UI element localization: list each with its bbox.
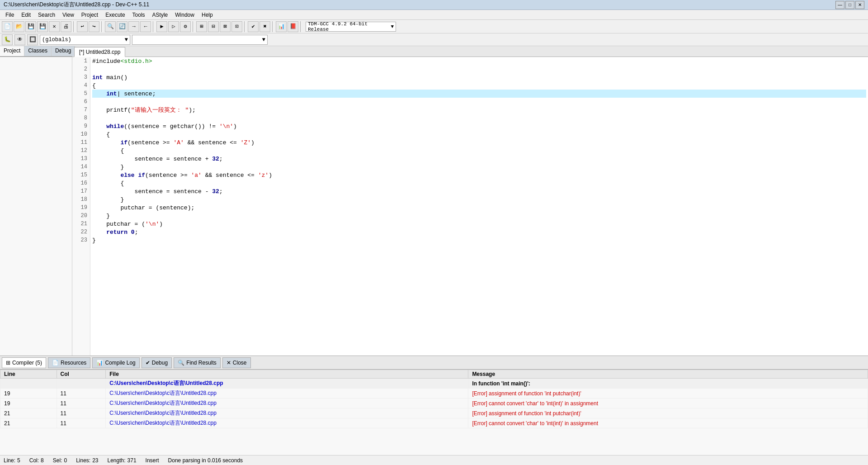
- compile-log-tab-label: Compile Log: [105, 360, 135, 366]
- length-value: 371: [127, 457, 137, 464]
- editor-tab-untitled28[interactable]: [*] Untitled28.cpp: [74, 47, 125, 57]
- menu-window[interactable]: Window: [171, 11, 198, 19]
- col-value: 8: [41, 457, 44, 464]
- separator-3: [153, 21, 155, 32]
- tab-debug[interactable]: Debug: [52, 46, 75, 56]
- tab-close-bottom[interactable]: ✕ Close: [222, 357, 251, 368]
- new-button[interactable]: 📄: [2, 21, 13, 32]
- unindent-button[interactable]: ←: [140, 21, 151, 32]
- line-num-22: 22: [72, 228, 90, 236]
- code-line-23: }: [92, 236, 866, 244]
- line-num-20: 20: [72, 212, 90, 220]
- col-line: Line: [0, 370, 57, 379]
- line-num-19: 19: [72, 204, 90, 212]
- compile-run-button[interactable]: ▶: [156, 21, 167, 32]
- menu-help[interactable]: Help: [198, 11, 217, 19]
- cell-file: C:\Users\chen\Desktop\c语言\Untitled28.cpp: [106, 389, 468, 399]
- minimize-button[interactable]: —: [835, 1, 844, 9]
- tab-find-results[interactable]: 🔍 Find Results: [174, 357, 221, 368]
- menu-tools[interactable]: Tools: [129, 11, 149, 19]
- resources-tab-icon: 📄: [52, 360, 59, 366]
- editor-area[interactable]: 1 2 3 4− 5 6 7 8 9 10− 11 12− 13 14: [72, 57, 868, 356]
- cell-col: 11: [57, 399, 106, 408]
- tab-compiler[interactable]: ⊞ Compiler (5): [2, 357, 46, 368]
- function-dropdown[interactable]: ▼: [132, 35, 268, 45]
- layout-button-2[interactable]: ⊟: [208, 21, 219, 32]
- menu-view[interactable]: View: [59, 11, 78, 19]
- indent-button[interactable]: →: [128, 21, 139, 32]
- open-button[interactable]: 📂: [14, 21, 24, 32]
- title-buttons: — □ ✕: [835, 1, 864, 9]
- compiler-tab-icon: ⊞: [6, 360, 10, 366]
- tab-project[interactable]: Project: [0, 46, 24, 56]
- compiler-dropdown[interactable]: TDM-GCC 4.9.2 64-bit Release ▼: [306, 22, 396, 32]
- menu-project[interactable]: Project: [78, 11, 102, 19]
- menu-file[interactable]: File: [2, 11, 18, 19]
- layout-button-4[interactable]: ⊡: [231, 21, 242, 32]
- menu-edit[interactable]: Edit: [18, 11, 34, 19]
- code-line-22: return 0;: [92, 228, 866, 236]
- chart-button[interactable]: 📊: [276, 21, 287, 32]
- check-button[interactable]: ✔: [248, 21, 259, 32]
- menu-astyle[interactable]: AStyle: [149, 11, 172, 19]
- line-num-3: 3: [72, 73, 90, 81]
- col-message: Message: [468, 370, 868, 379]
- cell-file: C:\Users\chen\Desktop\c语言\Untitled28.cpp: [106, 418, 468, 428]
- layout-button-3[interactable]: ⊠: [220, 21, 231, 32]
- menu-search[interactable]: Search: [34, 11, 59, 19]
- line-value: 5: [17, 457, 20, 464]
- redo-button[interactable]: ↪: [89, 21, 99, 32]
- separator-2: [101, 21, 103, 32]
- run-button[interactable]: ▷: [168, 21, 179, 32]
- tab-debug-bottom[interactable]: ✔ Debug: [142, 357, 172, 368]
- cell-col: 11: [57, 408, 106, 418]
- undo-button[interactable]: ↩: [77, 21, 88, 32]
- cell-col: 11: [57, 418, 106, 428]
- line-num-17: 17: [72, 187, 90, 195]
- maximize-button[interactable]: □: [845, 1, 854, 9]
- memory-button[interactable]: 🔲: [27, 34, 38, 45]
- print-button[interactable]: 🖨: [61, 21, 71, 32]
- menu-execute[interactable]: Execute: [102, 11, 128, 19]
- code-content[interactable]: #include<stdio.h> int main() { int| sent…: [90, 57, 868, 356]
- line-num-21: 21: [72, 220, 90, 228]
- code-line-19: putchar = (sentence);: [92, 204, 866, 212]
- stop-button[interactable]: ✖: [259, 21, 270, 32]
- line-num-4: 4−: [72, 81, 90, 90]
- watch-button[interactable]: 👁: [14, 34, 25, 45]
- bottom-panel: ⊞ Compiler (5) 📄 Resources 📊 Compile Log…: [0, 356, 868, 455]
- globals-dropdown[interactable]: (globals) ▼: [40, 35, 130, 45]
- table-row: 19 11 C:\Users\chen\Desktop\c语言\Untitled…: [0, 399, 868, 408]
- save-all-button[interactable]: 💾: [37, 21, 48, 32]
- separator-5: [244, 21, 246, 32]
- replace-button[interactable]: 🔄: [117, 21, 127, 32]
- menu-bar: File Edit Search View Project Execute To…: [0, 10, 868, 20]
- line-num-2: 2: [72, 65, 90, 73]
- sel-value: 0: [64, 457, 67, 464]
- close-tab-label: Close: [233, 360, 247, 366]
- tab-resources[interactable]: 📄 Resources: [48, 357, 90, 368]
- status-sel: Sel: 0: [53, 457, 67, 464]
- compile-button[interactable]: ⚙: [180, 21, 191, 32]
- tab-classes[interactable]: Classes: [24, 46, 52, 56]
- tab-compile-log[interactable]: 📊 Compile Log: [92, 357, 139, 368]
- cell-line: 19: [0, 399, 57, 408]
- toggle-layout-button[interactable]: ⊞: [196, 21, 207, 32]
- line-num-6: 6: [72, 98, 90, 106]
- book-button[interactable]: 📕: [288, 21, 298, 32]
- main-toolbar: 📄 📂 💾 💾 ✕ 🖨 ↩ ↪ 🔍 🔄 → ← ▶ ▷ ⚙ ⊞ ⊟ ⊠ ⊡ ✔ …: [0, 20, 868, 33]
- debug-button[interactable]: 🐛: [2, 34, 13, 45]
- code-line-15: else if(sentence >= 'a' && sentence <= '…: [92, 171, 866, 179]
- table-row: 21 11 C:\Users\chen\Desktop\c语言\Untitled…: [0, 418, 868, 428]
- code-line-4: {: [92, 81, 866, 90]
- status-length: Length: 371: [108, 457, 137, 464]
- save-button[interactable]: 💾: [25, 21, 36, 32]
- code-line-10: {: [92, 130, 866, 138]
- find-button[interactable]: 🔍: [105, 21, 116, 32]
- separator-7: [300, 21, 302, 32]
- close-button[interactable]: ✕: [855, 1, 864, 9]
- separator-4: [193, 21, 194, 32]
- debug-tab-icon: ✔: [146, 360, 150, 366]
- close-file-button[interactable]: ✕: [49, 21, 60, 32]
- table-row: C:\Users\chen\Desktop\c语言\Untitled28.cpp…: [0, 379, 868, 389]
